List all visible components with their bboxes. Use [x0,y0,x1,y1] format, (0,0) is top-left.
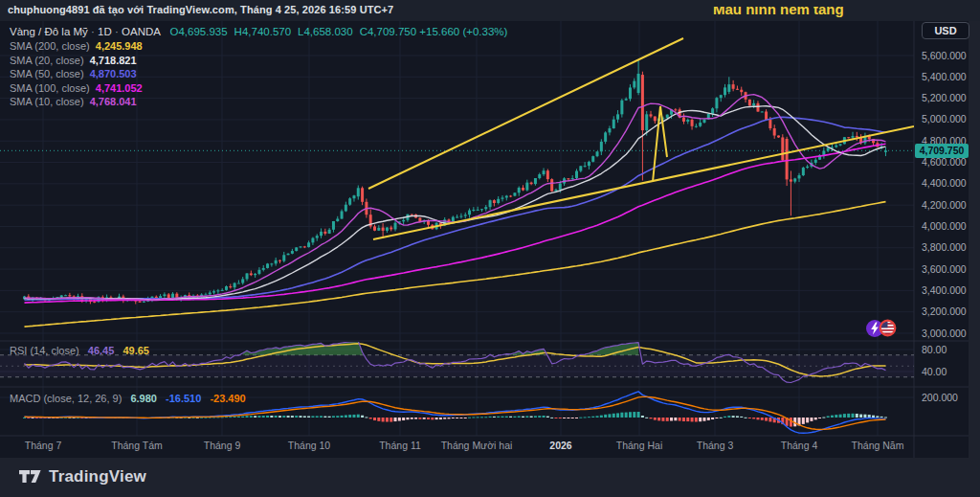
ohlc-values: O4,695.935H4,740.570L4,658.030C4,709.750 [164,26,417,37]
separator-dot: · [115,26,119,37]
axis-label: Tháng 11 [379,440,421,451]
ohlc-pair: L4,658.030 [298,26,353,37]
axis-label: Tháng 9 [204,440,241,451]
axis-label: Tháng Hai [616,440,662,451]
interval-label: 1D [98,26,112,37]
separator-dot: · [91,26,95,37]
sma-value: 4,768.041 [90,96,137,107]
exchange-label: OANDA [122,26,160,37]
axis-label: 3,600.000 [922,263,967,275]
sma-value: 4,741.052 [96,82,143,94]
macd-signal-value: -23.490 [210,393,245,404]
macd-hist-value: 6.980 [130,393,157,404]
sma-legend-row: SMA (20, close)4,718.821 [10,54,507,68]
ohlc-pair: O4,695.935 [170,26,228,37]
sma-legend-row: SMA (200, close)4,245.948 [10,39,507,54]
axis-label: Tháng Năm [852,440,904,451]
axis-label: 3,800.000 [922,241,967,253]
ohlc-pair: H4,740.570 [234,26,291,37]
sma-label: SMA (50, close) [10,68,84,79]
axis-label: 4,000.000 [922,220,967,232]
axis-label: 5,400.000 [922,71,967,82]
rsi-legend: RSI (14, close) 46.45 49.65 [10,345,149,356]
axis-label: 5,000.000 [922,113,967,124]
axis-label: Tháng 4 [781,440,818,451]
tradingview-chart-widget: chuphuong4891 đã tạo với TradingView.com… [0,0,980,497]
attribution-text: chuphuong4891 đã tạo với TradingView.com… [8,4,393,15]
tradingview-brand[interactable]: TradingView [19,466,146,486]
sma-value: 4,718.821 [90,55,137,66]
axis-label: Tháng 10 [288,440,331,451]
macd-legend: MACD (close, 12, 26, 9) 6.980 -16.510 -2… [10,393,246,404]
right-margin-strip [969,21,980,458]
sma-label: SMA (100, close) [10,82,90,94]
axis-label: 40.00 [922,366,947,377]
axis-label: 200.000 [922,392,958,403]
wedge-annotation-text: Mẫu hình nêm tăng [713,7,876,17]
macd-label: MACD (close, 12, 26, 9) [10,393,122,404]
tradingview-logo-icon [19,466,41,486]
axis-label: 2026 [549,440,572,451]
axis-label: 80.00 [922,344,947,355]
sma-legend-rows: SMA (200, close)4,245.948SMA (20, close)… [10,39,507,109]
sma-legend-row: SMA (100, close)4,741.052 [10,81,507,96]
sma-label: SMA (10, close) [10,96,84,107]
change-value: +15.660 (+0.33%) [419,26,507,37]
axes[interactable]: 5,600.0005,400.0005,200.0005,000.0004,80… [25,50,967,452]
axis-label: 3,400.000 [922,284,967,296]
tradingview-wordmark: TradingView [49,467,146,486]
symbol-title-row: Vàng / Đô la Mỹ · 1D · OANDA O4,695.935H… [10,25,507,39]
symbol-name: Vàng / Đô la Mỹ [10,26,88,37]
axis-label: Tháng Mười hai [441,440,513,451]
sma-label: SMA (200, close) [10,40,90,52]
axis-label: 5,200.000 [922,92,967,103]
sma-legend-row: SMA (10, close)4,768.041 [10,95,507,109]
us-flag-icon [879,319,897,337]
us-economic-event-icon[interactable] [879,319,897,337]
sma-legend-row: SMA (50, close)4,870.503 [10,67,507,81]
symbol-legend: Vàng / Đô la Mỹ · 1D · OANDA O4,695.935H… [10,25,507,109]
macd-line-value: -16.510 [166,393,201,404]
rsi-ma-value: 49.65 [122,345,149,356]
axis-label: 3,200.000 [922,305,967,317]
sma-value: 4,245.948 [96,40,143,52]
axis-label: Tháng 3 [697,440,734,451]
sma-label: SMA (20, close) [10,55,84,66]
ohlc-pair: C4,709.750 [360,26,416,37]
last-price-tag: 4,709.750 [915,144,969,158]
axis-label: Tháng Tám [111,440,163,451]
axis-label: Tháng 7 [25,440,62,451]
footer-bar: TradingView [0,458,980,497]
wedge-annotation[interactable]: Mẫu hình nêm tăng [713,7,876,19]
currency-toggle-button[interactable]: USD [922,22,969,39]
axis-label: 4,200.000 [922,199,967,211]
rsi-label: RSI (14, close) [10,345,79,356]
axis-label: 3,000.000 [922,328,967,339]
sma-value: 4,870.503 [90,68,137,79]
axis-label: 5,600.000 [922,50,967,61]
rsi-value: 46.45 [88,345,115,356]
axis-label: 4,400.000 [922,177,967,189]
